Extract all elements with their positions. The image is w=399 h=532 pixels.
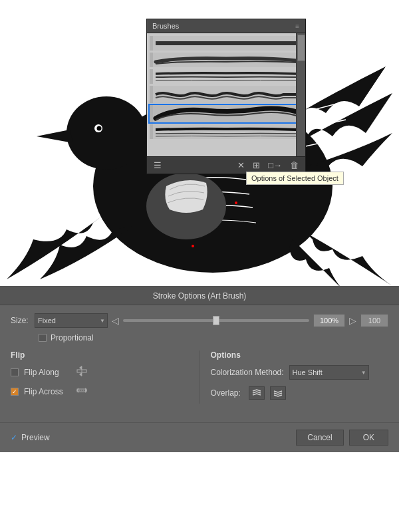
ok-button[interactable]: OK bbox=[349, 430, 388, 446]
svg-marker-23 bbox=[85, 388, 87, 393]
flip-section: Flip Flip Along ✓ Flip bbox=[11, 350, 200, 404]
button-group: Cancel OK bbox=[296, 430, 388, 446]
preview-label: Preview bbox=[21, 433, 50, 442]
colorization-select-wrapper[interactable]: None Tints Tints and Shades Hue Shift bbox=[289, 365, 369, 380]
brush-swatch-1[interactable] bbox=[150, 36, 303, 51]
dialog-bottom: ✓ Preview Cancel OK bbox=[0, 422, 399, 452]
overlap-label: Overlap: bbox=[211, 388, 241, 398]
flip-along-label: Flip Along bbox=[24, 368, 70, 377]
overlap-row: Overlap: bbox=[211, 386, 389, 400]
size-select-wrapper[interactable]: Fixed Pressure Velocity bbox=[35, 313, 108, 328]
size-value-input[interactable] bbox=[360, 314, 388, 327]
svg-point-2 bbox=[66, 96, 146, 170]
flip-section-title: Flip bbox=[11, 350, 189, 360]
brushes-content[interactable] bbox=[147, 33, 305, 156]
size-select[interactable]: Fixed Pressure Velocity bbox=[35, 313, 108, 328]
svg-point-7 bbox=[235, 201, 237, 204]
colorization-row: Colorization Method: None Tints Tints an… bbox=[211, 365, 389, 380]
brushes-panel: Brushes ≡ bbox=[146, 19, 306, 174]
svg-marker-18 bbox=[79, 366, 82, 370]
dialog-titlebar: Stroke Options (Art Brush) bbox=[0, 287, 399, 305]
svg-marker-19 bbox=[79, 372, 82, 376]
svg-rect-15 bbox=[153, 124, 299, 139]
close-brush-button[interactable]: ✕ bbox=[235, 159, 247, 172]
flip-along-icon bbox=[76, 365, 88, 379]
flip-across-row: ✓ Flip Across bbox=[11, 384, 189, 398]
slider-track bbox=[123, 319, 309, 322]
brush-swatch-6[interactable] bbox=[150, 124, 303, 139]
preview-row: ✓ Preview bbox=[11, 433, 50, 442]
options-section-title: Options bbox=[211, 350, 389, 360]
svg-point-8 bbox=[192, 245, 194, 247]
canvas-area: Brushes ≡ bbox=[0, 0, 399, 286]
slider-left-arrow: ◁ bbox=[112, 315, 119, 326]
colorization-select[interactable]: None Tints Tints and Shades Hue Shift bbox=[289, 365, 369, 380]
panel-grip-icon: ≡ bbox=[295, 23, 300, 30]
brush-swatch-2[interactable] bbox=[150, 53, 303, 67]
dialog-title: Stroke Options (Art Brush) bbox=[153, 291, 247, 301]
options-selected-button[interactable]: ⊞ bbox=[250, 159, 263, 172]
two-column-section: Flip Flip Along ✓ Flip bbox=[11, 350, 388, 404]
toolbar-left: ☰ bbox=[151, 159, 164, 172]
flip-along-row: Flip Along bbox=[11, 365, 189, 379]
overlap-btn-2[interactable] bbox=[270, 386, 286, 400]
brushes-scrollbar[interactable] bbox=[296, 33, 305, 156]
proportional-label: Proportional bbox=[51, 333, 94, 342]
size-percent-input[interactable] bbox=[313, 314, 345, 327]
flip-across-label: Flip Across bbox=[24, 387, 70, 396]
scrollbar-thumb[interactable] bbox=[297, 35, 305, 61]
dialog-body: Size: Fixed Pressure Velocity ◁ ▷ Propor bbox=[0, 305, 399, 412]
size-slider[interactable] bbox=[123, 316, 309, 325]
size-row: Size: Fixed Pressure Velocity ◁ ▷ bbox=[11, 313, 388, 328]
colorization-label: Colorization Method: bbox=[211, 368, 284, 377]
proportional-row: Proportional bbox=[11, 333, 388, 342]
brushes-title: Brushes bbox=[152, 22, 179, 30]
proportional-checkbox[interactable] bbox=[39, 334, 47, 342]
tooltip: Options of Selected Object bbox=[246, 172, 344, 185]
flip-across-checkbox[interactable]: ✓ bbox=[11, 388, 19, 396]
size-label: Size: bbox=[11, 316, 31, 325]
cancel-button[interactable]: Cancel bbox=[296, 430, 343, 446]
flip-along-checkbox[interactable] bbox=[11, 368, 19, 376]
brushes-titlebar: Brushes ≡ bbox=[147, 19, 305, 33]
brush-libraries-button[interactable]: ☰ bbox=[151, 159, 164, 172]
tooltip-text: Options of Selected Object bbox=[251, 174, 338, 182]
overlap-btn-1[interactable] bbox=[249, 386, 265, 400]
preview-check-icon: ✓ bbox=[11, 433, 17, 442]
delete-brush-button[interactable]: 🗑 bbox=[287, 159, 301, 172]
svg-marker-22 bbox=[76, 388, 78, 393]
new-brush-button[interactable]: □→ bbox=[265, 159, 285, 172]
brush-swatch-4[interactable] bbox=[150, 86, 303, 103]
slider-thumb[interactable] bbox=[213, 316, 219, 325]
stroke-options-dialog: Stroke Options (Art Brush) Size: Fixed P… bbox=[0, 287, 399, 452]
svg-rect-10 bbox=[156, 41, 297, 45]
brush-swatch-5[interactable] bbox=[150, 105, 303, 122]
slider-right-arrow: ▷ bbox=[349, 315, 356, 326]
options-section: Options Colorization Method: None Tints … bbox=[200, 350, 389, 404]
svg-point-6 bbox=[97, 126, 102, 131]
brush-swatch-3[interactable] bbox=[150, 69, 303, 84]
flip-across-icon bbox=[76, 384, 88, 398]
